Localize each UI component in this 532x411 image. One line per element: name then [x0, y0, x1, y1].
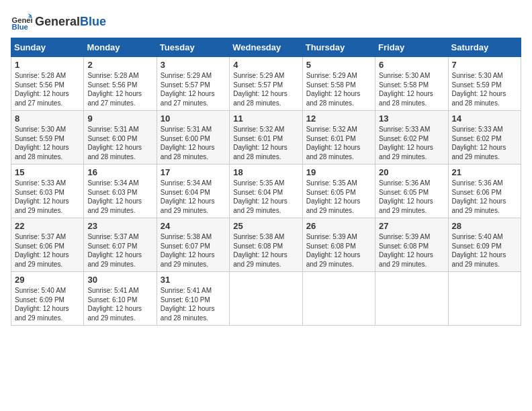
day-info: Sunrise: 5:34 AMSunset: 6:04 PMDaylight:…	[161, 179, 226, 215]
day-info: Sunrise: 5:41 AMSunset: 6:10 PMDaylight:…	[161, 286, 226, 322]
day-info: Sunrise: 5:38 AMSunset: 6:07 PMDaylight:…	[161, 232, 226, 269]
day-number: 27	[379, 221, 444, 231]
calendar-cell: 1Sunrise: 5:28 AMSunset: 5:56 PMDaylight…	[11, 57, 84, 111]
page-header: General Blue GeneralBlue	[11, 11, 521, 32]
day-number: 16	[87, 167, 152, 177]
day-info: Sunrise: 5:32 AMSunset: 6:01 PMDaylight:…	[306, 125, 371, 161]
day-info: Sunrise: 5:32 AMSunset: 6:01 PMDaylight:…	[233, 125, 298, 161]
day-number: 21	[452, 167, 517, 177]
header-saturday: Saturday	[448, 38, 521, 57]
day-info: Sunrise: 5:29 AMSunset: 5:57 PMDaylight:…	[233, 71, 298, 107]
calendar-cell: 13Sunrise: 5:33 AMSunset: 6:02 PMDayligh…	[375, 111, 448, 165]
calendar-cell: 14Sunrise: 5:33 AMSunset: 6:02 PMDayligh…	[448, 111, 521, 165]
day-info: Sunrise: 5:30 AMSunset: 5:59 PMDaylight:…	[15, 125, 80, 161]
calendar-cell: 20Sunrise: 5:36 AMSunset: 6:05 PMDayligh…	[375, 165, 448, 218]
day-info: Sunrise: 5:29 AMSunset: 5:57 PMDaylight:…	[161, 71, 226, 107]
day-info: Sunrise: 5:38 AMSunset: 6:08 PMDaylight:…	[233, 232, 298, 269]
day-number: 10	[161, 113, 226, 124]
header-friday: Friday	[375, 38, 448, 57]
day-info: Sunrise: 5:35 AMSunset: 6:04 PMDaylight:…	[233, 179, 298, 215]
day-info: Sunrise: 5:28 AMSunset: 5:56 PMDaylight:…	[15, 71, 80, 107]
day-number: 4	[233, 60, 298, 70]
day-number: 26	[306, 221, 371, 231]
calendar-cell: 7Sunrise: 5:30 AMSunset: 5:59 PMDaylight…	[448, 57, 521, 111]
day-number: 5	[306, 60, 371, 70]
day-number: 6	[379, 60, 444, 70]
day-info: Sunrise: 5:41 AMSunset: 6:10 PMDaylight:…	[87, 286, 152, 322]
day-number: 17	[161, 167, 226, 177]
calendar-header-row: SundayMondayTuesdayWednesdayThursdayFrid…	[11, 38, 521, 57]
logo: General Blue GeneralBlue	[11, 11, 106, 32]
day-number: 14	[452, 113, 517, 124]
day-info: Sunrise: 5:33 AMSunset: 6:02 PMDaylight:…	[379, 125, 444, 161]
day-number: 18	[233, 167, 298, 177]
day-info: Sunrise: 5:31 AMSunset: 6:00 PMDaylight:…	[87, 125, 152, 161]
day-info: Sunrise: 5:30 AMSunset: 5:58 PMDaylight:…	[379, 71, 444, 107]
logo-text: GeneralBlue	[35, 15, 106, 29]
calendar-cell: 25Sunrise: 5:38 AMSunset: 6:08 PMDayligh…	[230, 218, 302, 272]
day-number: 29	[15, 275, 80, 285]
calendar-cell: 5Sunrise: 5:29 AMSunset: 5:58 PMDaylight…	[302, 57, 375, 111]
calendar-cell: 21Sunrise: 5:36 AMSunset: 6:06 PMDayligh…	[448, 165, 521, 218]
calendar-cell: 26Sunrise: 5:39 AMSunset: 6:08 PMDayligh…	[302, 218, 375, 272]
day-number: 9	[87, 113, 152, 124]
calendar-cell: 10Sunrise: 5:31 AMSunset: 6:00 PMDayligh…	[157, 111, 229, 165]
calendar-cell: 8Sunrise: 5:30 AMSunset: 5:59 PMDaylight…	[11, 111, 84, 165]
header-tuesday: Tuesday	[157, 38, 229, 57]
day-info: Sunrise: 5:31 AMSunset: 6:00 PMDaylight:…	[161, 125, 226, 161]
day-info: Sunrise: 5:39 AMSunset: 6:08 PMDaylight:…	[306, 232, 371, 269]
header-sunday: Sunday	[11, 38, 84, 57]
calendar-cell: 16Sunrise: 5:34 AMSunset: 6:03 PMDayligh…	[84, 165, 157, 218]
calendar-cell	[302, 272, 375, 326]
day-number: 7	[452, 60, 517, 70]
calendar-cell	[375, 272, 448, 326]
calendar-cell: 23Sunrise: 5:37 AMSunset: 6:07 PMDayligh…	[84, 218, 157, 272]
day-number: 31	[161, 275, 226, 285]
day-number: 12	[306, 113, 371, 124]
calendar-cell: 15Sunrise: 5:33 AMSunset: 6:03 PMDayligh…	[11, 165, 84, 218]
calendar-cell: 27Sunrise: 5:39 AMSunset: 6:08 PMDayligh…	[375, 218, 448, 272]
day-number: 23	[87, 221, 152, 231]
day-number: 28	[452, 221, 517, 231]
day-info: Sunrise: 5:29 AMSunset: 5:58 PMDaylight:…	[306, 71, 371, 107]
day-info: Sunrise: 5:40 AMSunset: 6:09 PMDaylight:…	[15, 286, 80, 322]
calendar-table: SundayMondayTuesdayWednesdayThursdayFrid…	[11, 38, 521, 326]
header-wednesday: Wednesday	[230, 38, 302, 57]
day-number: 11	[233, 113, 298, 124]
day-info: Sunrise: 5:35 AMSunset: 6:05 PMDaylight:…	[306, 179, 371, 215]
calendar-cell: 12Sunrise: 5:32 AMSunset: 6:01 PMDayligh…	[302, 111, 375, 165]
day-info: Sunrise: 5:37 AMSunset: 6:07 PMDaylight:…	[87, 232, 152, 269]
calendar-cell: 11Sunrise: 5:32 AMSunset: 6:01 PMDayligh…	[230, 111, 302, 165]
calendar-cell: 28Sunrise: 5:40 AMSunset: 6:09 PMDayligh…	[448, 218, 521, 272]
header-monday: Monday	[84, 38, 157, 57]
day-number: 20	[379, 167, 444, 177]
day-number: 24	[161, 221, 226, 231]
header-thursday: Thursday	[302, 38, 375, 57]
calendar-cell: 31Sunrise: 5:41 AMSunset: 6:10 PMDayligh…	[157, 272, 229, 326]
calendar-cell: 3Sunrise: 5:29 AMSunset: 5:57 PMDaylight…	[157, 57, 229, 111]
calendar-cell: 30Sunrise: 5:41 AMSunset: 6:10 PMDayligh…	[84, 272, 157, 326]
calendar-cell: 22Sunrise: 5:37 AMSunset: 6:06 PMDayligh…	[11, 218, 84, 272]
day-number: 22	[15, 221, 80, 231]
day-info: Sunrise: 5:39 AMSunset: 6:08 PMDaylight:…	[379, 232, 444, 269]
calendar-cell: 19Sunrise: 5:35 AMSunset: 6:05 PMDayligh…	[302, 165, 375, 218]
calendar-cell: 6Sunrise: 5:30 AMSunset: 5:58 PMDaylight…	[375, 57, 448, 111]
day-info: Sunrise: 5:33 AMSunset: 6:02 PMDaylight:…	[452, 125, 517, 161]
calendar-cell: 17Sunrise: 5:34 AMSunset: 6:04 PMDayligh…	[157, 165, 229, 218]
calendar-cell	[448, 272, 521, 326]
day-info: Sunrise: 5:34 AMSunset: 6:03 PMDaylight:…	[87, 179, 152, 215]
day-number: 3	[161, 60, 226, 70]
day-info: Sunrise: 5:36 AMSunset: 6:06 PMDaylight:…	[452, 179, 517, 215]
calendar-cell: 18Sunrise: 5:35 AMSunset: 6:04 PMDayligh…	[230, 165, 302, 218]
svg-text:Blue: Blue	[12, 23, 28, 31]
calendar-cell: 4Sunrise: 5:29 AMSunset: 5:57 PMDaylight…	[230, 57, 302, 111]
calendar-cell: 24Sunrise: 5:38 AMSunset: 6:07 PMDayligh…	[157, 218, 229, 272]
day-info: Sunrise: 5:37 AMSunset: 6:06 PMDaylight:…	[15, 232, 80, 269]
calendar-cell	[230, 272, 302, 326]
day-number: 30	[87, 275, 152, 285]
day-number: 25	[233, 221, 298, 231]
day-number: 15	[15, 167, 80, 177]
day-info: Sunrise: 5:33 AMSunset: 6:03 PMDaylight:…	[15, 179, 80, 215]
day-number: 1	[15, 60, 80, 70]
day-number: 2	[87, 60, 152, 70]
